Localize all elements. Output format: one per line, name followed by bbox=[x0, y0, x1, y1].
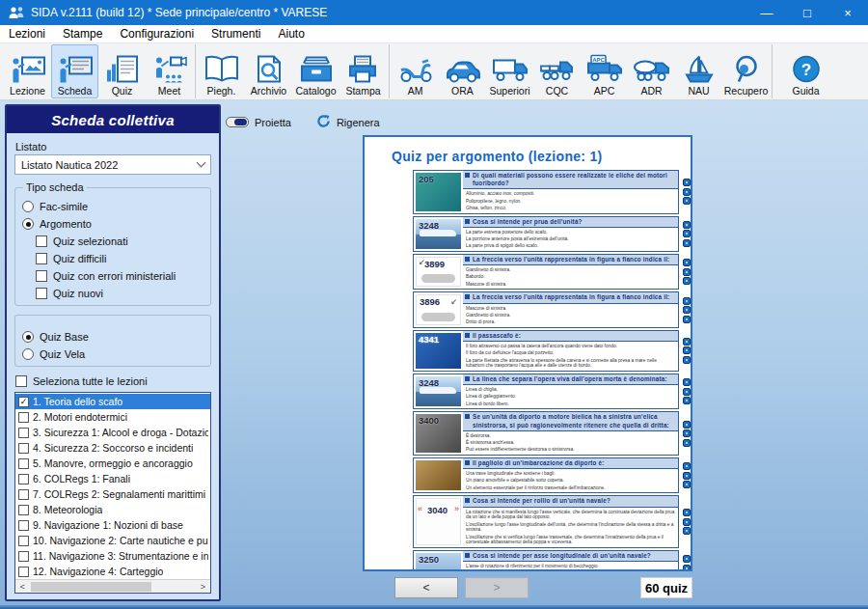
radio-option[interactable]: Quiz Base bbox=[22, 331, 203, 343]
toolbar-button[interactable]: ? Guida bbox=[782, 44, 829, 98]
toolbar-button[interactable]: Recupero bbox=[722, 44, 770, 98]
lesson-item[interactable]: 9. Navigazione 1: Nozioni di base bbox=[15, 517, 210, 533]
menu-item[interactable]: Lezioni bbox=[0, 25, 54, 43]
lesson-item[interactable]: 11. Navigazione 3: Strumentazione e intr… bbox=[15, 548, 210, 564]
quiz-action-button[interactable] bbox=[683, 421, 691, 429]
select-all-lessons[interactable]: Seleziona tutte le lezioni bbox=[15, 375, 210, 387]
proietta-button[interactable]: Proietta bbox=[226, 117, 291, 128]
question-marker-icon bbox=[465, 498, 470, 503]
scroll-left-icon[interactable]: < bbox=[15, 580, 30, 594]
checkbox-icon bbox=[15, 375, 27, 387]
quiz-action-button[interactable] bbox=[683, 518, 691, 526]
quiz-action-button[interactable] bbox=[683, 316, 691, 323]
quiz-action-button[interactable] bbox=[683, 338, 691, 346]
toolbar-button[interactable]: Stampa bbox=[339, 44, 387, 98]
quiz-action-button[interactable] bbox=[683, 230, 691, 237]
lesson-item[interactable]: 7. COLRegs 2: Segnalamenti marittimi e m… bbox=[15, 486, 210, 502]
answer-text: Un piano amovibile e calpestabile sotto … bbox=[466, 478, 676, 484]
archivio-icon bbox=[248, 52, 290, 85]
quiz-item: 3899 La freccia verso l'unità rappresent… bbox=[413, 254, 692, 290]
lesson-item[interactable]: 5. Manovre, ormeggio e ancoraggio bbox=[15, 456, 210, 471]
toolbar-button[interactable]: Meet bbox=[146, 44, 193, 98]
rigenera-button[interactable]: Rigenera bbox=[316, 114, 380, 130]
quiz-action-button[interactable] bbox=[683, 356, 691, 364]
quiz-action-button[interactable] bbox=[683, 346, 691, 354]
quiz-action-button[interactable] bbox=[683, 306, 691, 314]
question-text: La freccia verso l'unità rappresentata i… bbox=[473, 293, 669, 301]
lesson-item[interactable]: 4. Sicurezza 2: Soccorso e incidenti bbox=[15, 440, 210, 456]
menu-item[interactable]: Stampe bbox=[54, 25, 111, 43]
question-marker-icon bbox=[465, 294, 470, 299]
toolbar-button[interactable]: Quiz bbox=[98, 44, 146, 98]
lesson-item[interactable]: 2. Motori endotermici bbox=[15, 409, 210, 425]
radio-option[interactable]: Argomento bbox=[22, 218, 203, 230]
listato-select[interactable]: Listato Nautica 2022 bbox=[14, 154, 211, 175]
maximize-button[interactable]: □ bbox=[787, 0, 827, 25]
menu-item[interactable]: Configurazioni bbox=[111, 25, 203, 43]
toolbar-button[interactable]: Superiori bbox=[486, 44, 533, 98]
quiz-action-button[interactable] bbox=[683, 239, 691, 247]
quiz-action-button[interactable] bbox=[683, 527, 691, 535]
quiz-action-button[interactable] bbox=[683, 259, 691, 266]
toolbar-button[interactable]: AM bbox=[392, 44, 439, 98]
quiz-action-button[interactable] bbox=[683, 439, 691, 447]
quiz-action-button[interactable] bbox=[683, 555, 691, 563]
quiz-action-button[interactable] bbox=[683, 565, 691, 571]
menu-item[interactable]: Strumenti bbox=[203, 25, 269, 43]
quiz-action-button[interactable] bbox=[683, 378, 691, 386]
scroll-right-icon[interactable]: > bbox=[196, 580, 210, 594]
toolbar-button[interactable]: APC APC bbox=[581, 44, 628, 98]
toolbar-button[interactable]: ORA bbox=[439, 44, 486, 98]
toolbar-button[interactable]: Scheda bbox=[51, 44, 98, 98]
answer-text: Giardinetto di sinistra. bbox=[466, 313, 676, 318]
horizontal-scrollbar[interactable]: < > bbox=[15, 579, 210, 593]
question-marker-icon bbox=[465, 173, 470, 178]
quiz-action-button[interactable] bbox=[683, 268, 691, 276]
question-marker-icon bbox=[465, 219, 470, 224]
quiz-action-button[interactable] bbox=[683, 472, 691, 480]
radio-option[interactable]: Quiz Vela bbox=[22, 348, 203, 360]
lesson-item[interactable]: 6. COLRegs 1: Fanali bbox=[15, 471, 210, 486]
question-marker-icon bbox=[465, 460, 470, 465]
toolbar-button[interactable]: CQC bbox=[533, 44, 581, 98]
toolbar: Lezione Scheda Quiz Meet Piegh. Archiv bbox=[0, 43, 868, 100]
lesson-item[interactable]: 8. Meteorologia bbox=[15, 502, 210, 517]
checkbox-option[interactable]: Quiz con errori ministeriali bbox=[36, 270, 203, 282]
prev-page-button[interactable]: < bbox=[394, 577, 458, 598]
quiz-box: 3896 La freccia verso l'unità rappresent… bbox=[413, 291, 679, 327]
checkbox-option[interactable]: Quiz nuovi bbox=[36, 288, 203, 299]
quiz-action-button[interactable] bbox=[683, 277, 691, 285]
quiz-action-button[interactable] bbox=[683, 509, 691, 516]
checkbox-option[interactable]: Quiz selezionati bbox=[36, 235, 203, 247]
quiz-action-button[interactable] bbox=[683, 481, 691, 488]
next-page-button[interactable]: > bbox=[465, 577, 529, 598]
lesson-item[interactable]: ✓ 1. Teoria dello scafo bbox=[15, 394, 210, 409]
toolbar-button[interactable]: NAU bbox=[675, 44, 722, 98]
checkbox-option[interactable]: Quiz difficili bbox=[36, 253, 203, 264]
quiz-action-button[interactable] bbox=[683, 188, 691, 196]
quiz-action-button[interactable] bbox=[683, 179, 691, 186]
toolbar-button[interactable]: ADR bbox=[628, 44, 675, 98]
quiz-action-button[interactable] bbox=[683, 429, 691, 437]
lesson-item[interactable]: 12. Navigazione 4: Carteggio bbox=[15, 564, 210, 579]
close-button[interactable]: × bbox=[827, 0, 868, 25]
quiz-action-button[interactable] bbox=[683, 462, 691, 470]
scroll-thumb[interactable] bbox=[31, 582, 151, 592]
lesson-item[interactable]: 10. Navigazione 2: Carte nautiche e pubb… bbox=[15, 533, 210, 548]
menu-item[interactable]: Aiuto bbox=[269, 25, 312, 43]
toolbar-button[interactable]: Archivio bbox=[245, 44, 292, 98]
quiz-action-button[interactable] bbox=[683, 197, 691, 205]
quiz-action-button[interactable] bbox=[683, 397, 691, 404]
quiz-action-button[interactable] bbox=[683, 297, 691, 305]
question-text: La freccia verso l'unità rappresentata i… bbox=[473, 256, 669, 263]
quiz-action-button[interactable] bbox=[683, 388, 691, 396]
lesson-label: 6. COLRegs 1: Fanali bbox=[33, 473, 130, 484]
toolbar-button[interactable]: Piegh. bbox=[198, 44, 245, 98]
radio-option[interactable]: Fac-simile bbox=[22, 201, 203, 212]
quiz-action-button[interactable] bbox=[683, 221, 691, 229]
toolbar-button[interactable]: Lezione bbox=[4, 44, 51, 98]
minimize-button[interactable]: — bbox=[746, 0, 787, 25]
lesson-label: 5. Manovre, ormeggio e ancoraggio bbox=[33, 457, 193, 469]
toolbar-button[interactable]: Catalogo bbox=[292, 44, 339, 98]
lesson-item[interactable]: 3. Sicurezza 1: Alcool e droga - Dotazio… bbox=[15, 425, 210, 440]
